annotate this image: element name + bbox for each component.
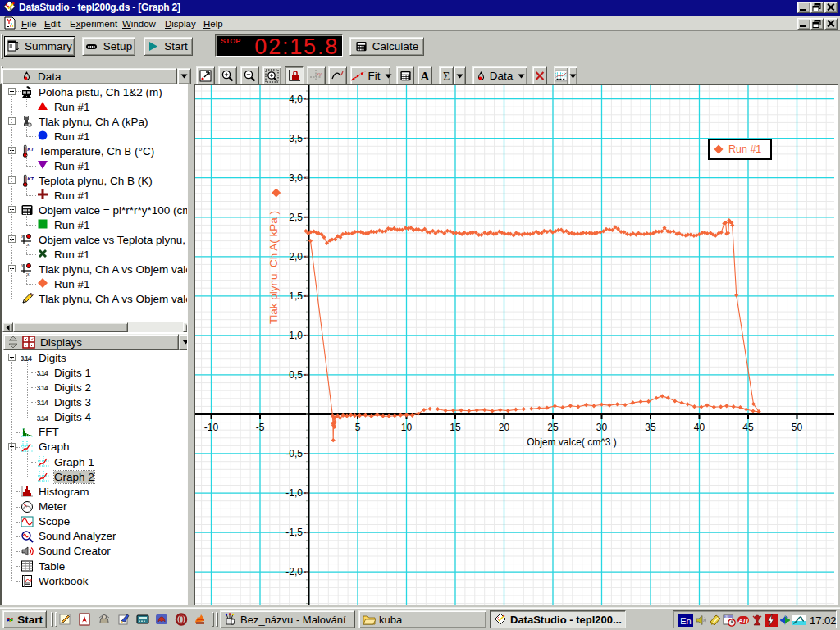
svg-text:3.14: 3.14 (37, 369, 48, 377)
svg-text:Objem valce( cm^3 ): Objem valce( cm^3 ) (527, 436, 617, 448)
svg-text:50: 50 (792, 422, 803, 433)
svg-text:20: 20 (499, 422, 510, 433)
svg-text:-1,0: -1,0 (285, 487, 303, 499)
svg-text:25: 25 (547, 422, 559, 433)
svg-text:30: 30 (725, 615, 728, 619)
svg-text:A: A (421, 70, 430, 83)
svg-text:xy: xy (317, 71, 322, 76)
svg-text:KTD: KTD (27, 147, 34, 152)
svg-text:-0,5: -0,5 (285, 448, 303, 459)
svg-text:0,5: 0,5 (289, 369, 303, 381)
svg-text:30: 30 (596, 422, 608, 433)
svg-text:40: 40 (694, 422, 705, 433)
svg-text:2,5: 2,5 (289, 212, 303, 223)
svg-text:45: 45 (742, 422, 754, 433)
svg-text:KTD: KTD (27, 176, 34, 181)
svg-text:3.14: 3.14 (37, 384, 48, 392)
svg-text:-5: -5 (256, 422, 265, 433)
svg-text:-1,5: -1,5 (285, 527, 303, 538)
svg-text:En: En (680, 616, 691, 626)
svg-text:x: x (27, 242, 30, 246)
svg-text:3.14: 3.14 (37, 413, 48, 422)
svg-text:Run #1: Run #1 (728, 144, 761, 155)
svg-text:35: 35 (645, 422, 656, 433)
svg-text:Tlak plynu, Ch A( kPa ): Tlak plynu, Ch A( kPa ) (267, 211, 280, 324)
svg-text:1,5: 1,5 (289, 290, 303, 302)
svg-text:-2,0: -2,0 (285, 566, 303, 578)
svg-text:2,0: 2,0 (289, 251, 303, 262)
svg-text:3.14: 3.14 (21, 354, 32, 363)
svg-text:Σ: Σ (443, 70, 450, 83)
svg-text:4,0: 4,0 (289, 94, 303, 105)
svg-text:5: 5 (355, 422, 361, 433)
svg-text:15: 15 (450, 422, 461, 433)
svg-text:x: x (27, 272, 30, 276)
svg-text:3,5: 3,5 (289, 133, 303, 144)
svg-text:3.14: 3.14 (37, 399, 48, 407)
svg-text:3,0: 3,0 (289, 172, 303, 184)
svg-text:-10: -10 (204, 422, 219, 433)
svg-text:1,0: 1,0 (289, 330, 303, 341)
svg-text:ATI: ATI (737, 617, 748, 624)
svg-text:10: 10 (401, 422, 413, 433)
